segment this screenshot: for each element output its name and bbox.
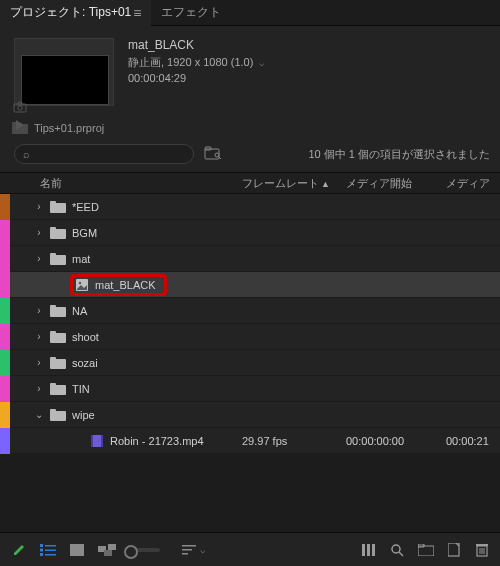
disclosure-triangle-icon[interactable]: › [34, 383, 44, 394]
disclosure-triangle-icon[interactable]: › [34, 227, 44, 238]
svg-rect-29 [101, 435, 103, 447]
folder-icon [50, 227, 66, 239]
item-label: mat_BLACK [95, 279, 156, 291]
thumbnail-image [21, 55, 109, 105]
preview-thumbnail[interactable] [14, 38, 114, 106]
folder-icon [50, 201, 66, 213]
search-input-wrap: ⌕ [14, 144, 194, 164]
tab-effects[interactable]: エフェクト [151, 0, 231, 26]
folder-icon [50, 305, 66, 317]
trash-icon[interactable] [476, 543, 488, 557]
label-color-swatch[interactable] [0, 298, 10, 324]
svg-rect-32 [40, 548, 43, 551]
item-label: *EED [72, 201, 99, 213]
search-icon: ⌕ [23, 148, 30, 160]
new-item-icon[interactable] [448, 543, 462, 557]
svg-rect-52 [476, 544, 488, 546]
bin-row[interactable]: ›TIN [0, 376, 500, 402]
svg-rect-45 [372, 544, 375, 556]
svg-rect-33 [45, 549, 56, 551]
disclosure-triangle-icon[interactable]: › [34, 201, 44, 212]
svg-point-46 [392, 545, 400, 553]
label-color-swatch[interactable] [0, 402, 10, 428]
header-media-start[interactable]: メディア開始 [340, 176, 440, 191]
search-row: ⌕ 10 個中 1 個の項目が選択されました [0, 140, 500, 172]
label-color-swatch[interactable] [0, 376, 10, 402]
new-bin-icon[interactable] [418, 544, 434, 556]
disclosure-triangle-icon[interactable]: › [34, 331, 44, 342]
list-view-icon[interactable] [40, 544, 56, 556]
sort-icon[interactable]: ⌵ [182, 544, 205, 556]
disclosure-triangle-icon[interactable]: ⌄ [34, 409, 44, 420]
bin-row[interactable]: ›*EED [0, 194, 500, 220]
clip-preview-area: mat_BLACK 静止画, 1920 x 1080 (1.0) ⌵ 00:00… [0, 34, 500, 116]
poster-frame-icon[interactable] [12, 100, 28, 114]
play-icon[interactable] [12, 118, 28, 132]
item-label: BGM [72, 227, 97, 239]
bin-row[interactable]: ›shoot [0, 324, 500, 350]
svg-rect-41 [182, 549, 192, 551]
clip-row[interactable]: Robin - 21723.mp429.97 fps00:00:00:0000:… [0, 428, 500, 454]
svg-rect-36 [70, 544, 84, 556]
item-name-cell: Robin - 21723.mp4 [10, 434, 236, 448]
bin-row[interactable]: ›BGM [0, 220, 500, 246]
disclosure-triangle-icon[interactable]: › [34, 357, 44, 368]
label-color-swatch[interactable] [0, 220, 10, 246]
sort-arrow-icon: ▲ [321, 179, 330, 189]
label-color-swatch[interactable] [0, 272, 10, 298]
svg-rect-25 [50, 411, 66, 421]
search-input[interactable] [30, 148, 185, 160]
item-name-cell: ›NA [10, 305, 236, 317]
bin-row[interactable]: ⌄wipe [0, 402, 500, 428]
bin-row[interactable]: ›NA [0, 298, 500, 324]
svg-rect-34 [40, 553, 43, 556]
icon-view-icon[interactable] [70, 544, 84, 556]
pencil-icon[interactable] [12, 543, 26, 557]
folder-icon [50, 383, 66, 395]
new-bin-from-search-icon[interactable] [204, 146, 222, 162]
label-color-swatch[interactable] [0, 194, 10, 220]
item-name-cell: ›shoot [10, 331, 236, 343]
label-color-swatch[interactable] [0, 246, 10, 272]
zoom-slider[interactable] [130, 548, 160, 552]
highlight-box: mat_BLACK [70, 274, 167, 296]
tab-project[interactable]: プロジェクト: Tips+01 ≡ [0, 0, 151, 26]
header-media-end[interactable]: メディア [440, 176, 500, 191]
item-label: TIN [72, 383, 90, 395]
panel-menu-icon[interactable]: ≡ [133, 6, 141, 20]
header-name[interactable]: 名前 [18, 176, 236, 191]
svg-rect-38 [108, 544, 116, 550]
label-color-swatch[interactable] [0, 428, 10, 454]
disclosure-triangle-icon[interactable]: › [34, 253, 44, 264]
chevron-down-icon: ⌵ [200, 545, 205, 555]
header-framerate[interactable]: フレームレート▲ [236, 176, 340, 191]
item-name-cell: ›TIN [10, 383, 236, 395]
folder-icon [50, 253, 66, 265]
chevron-down-icon[interactable]: ⌵ [259, 58, 264, 68]
label-color-swatch[interactable] [0, 350, 10, 376]
clip-row[interactable]: mat_BLACK [0, 272, 500, 298]
item-label: mat [72, 253, 90, 265]
svg-rect-44 [367, 544, 370, 556]
svg-rect-30 [40, 544, 43, 547]
label-color-swatch[interactable] [0, 324, 10, 350]
svg-rect-22 [50, 357, 56, 360]
tab-project-label: プロジェクト: Tips+01 [10, 4, 131, 21]
find-icon[interactable] [390, 543, 404, 557]
svg-rect-14 [50, 253, 56, 256]
bin-row[interactable]: ›mat [0, 246, 500, 272]
folder-icon [50, 409, 66, 421]
svg-point-2 [18, 106, 22, 110]
svg-rect-11 [50, 229, 66, 239]
folder-icon [50, 357, 66, 369]
media-end-cell: 00:00:21 [440, 435, 500, 447]
still-image-icon [75, 278, 89, 292]
freeform-view-icon[interactable] [98, 544, 116, 556]
svg-rect-40 [182, 545, 196, 547]
column-headers: 名前 フレームレート▲ メディア開始 メディア [0, 172, 500, 194]
automate-to-sequence-icon[interactable] [362, 544, 376, 556]
disclosure-triangle-icon[interactable]: › [34, 305, 44, 316]
bin-row[interactable]: ›sozai [0, 350, 500, 376]
framerate-cell: 29.97 fps [236, 435, 340, 447]
svg-point-16 [79, 281, 81, 283]
